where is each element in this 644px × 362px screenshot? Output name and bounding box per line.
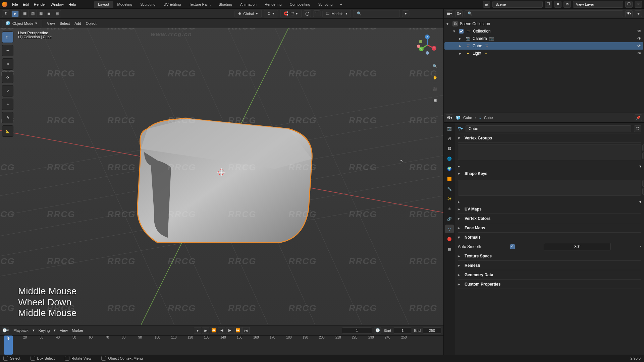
- pivot-dropdown[interactable]: ⊙▾: [264, 10, 278, 17]
- snap-dropdown[interactable]: 🧲⬚▾: [280, 10, 302, 17]
- outliner-collection[interactable]: ▾ ▭ Collection 👁: [444, 27, 643, 35]
- outliner-search[interactable]: 🔍: [465, 10, 623, 17]
- fake-user-icon[interactable]: 🛡: [634, 125, 641, 132]
- disclose-icon[interactable]: ▾: [453, 29, 457, 34]
- tl-playback[interactable]: Playback: [13, 328, 29, 333]
- ptab-modifiers[interactable]: 🔧: [445, 184, 454, 193]
- panel-custom-properties[interactable]: ▸Custom Properties: [458, 280, 641, 289]
- start-frame[interactable]: 1: [393, 327, 412, 334]
- ptab-constraints[interactable]: 🔗: [445, 215, 454, 223]
- animate-dot-icon[interactable]: •: [640, 244, 641, 249]
- jump-last[interactable]: ⏭: [242, 327, 250, 334]
- menu-window[interactable]: Window: [51, 2, 64, 6]
- autokey-icon[interactable]: ●: [194, 327, 201, 334]
- disclose-icon[interactable]: ▸: [459, 51, 463, 56]
- remove-shape-key[interactable]: −: [642, 188, 644, 195]
- tl-view[interactable]: View: [60, 328, 68, 333]
- tool-settings-icon[interactable]: ▶: [11, 10, 19, 17]
- pin-icon[interactable]: 📌: [635, 114, 642, 121]
- tab-add[interactable]: +: [337, 1, 345, 8]
- ptab-mesh-data[interactable]: ▽: [445, 225, 454, 233]
- orientation-dropdown[interactable]: ⊕Global▾: [234, 10, 262, 17]
- play[interactable]: ▶: [226, 327, 233, 334]
- ptab-material[interactable]: 🔴: [445, 235, 454, 243]
- models-search[interactable]: 🔍: [353, 10, 400, 17]
- outliner[interactable]: ▾ ⧉ Scene Collection ▾ ▭ Collection 👁 ▸ …: [444, 19, 644, 113]
- tool-select-box[interactable]: ⬚: [2, 32, 13, 43]
- breadcrumb-object[interactable]: Cube: [463, 116, 472, 120]
- visibility-eye-icon[interactable]: 👁: [637, 29, 641, 34]
- tab-scripting[interactable]: Scripting: [314, 1, 337, 8]
- gizmo-5[interactable]: ▤: [53, 10, 61, 17]
- outliner-display-mode-icon[interactable]: ⧉▾: [455, 10, 463, 17]
- timeline-ruler[interactable]: 1 10203040506070809010011012013014015016…: [0, 336, 443, 355]
- auto-smooth-checkbox[interactable]: [510, 244, 515, 249]
- tab-compositing[interactable]: Compositing: [286, 1, 314, 8]
- scene-name-field[interactable]: Scene: [492, 1, 543, 8]
- outliner-filter-icon[interactable]: ⧩▾: [625, 10, 633, 17]
- ptab-world[interactable]: 🌍: [445, 164, 454, 173]
- collection-toggle[interactable]: [459, 29, 464, 34]
- panel-geometry-data[interactable]: ▸Geometry Data: [458, 270, 641, 280]
- zoom-icon[interactable]: 🔍: [431, 62, 439, 70]
- visibility-eye-icon[interactable]: 👁: [637, 44, 641, 48]
- editor-type-icon[interactable]: ⬍: [2, 10, 9, 17]
- remove-vertex-group[interactable]: −: [642, 153, 644, 159]
- ptab-physics[interactable]: ⚛: [445, 204, 454, 213]
- visibility-eye-icon[interactable]: 👁: [637, 36, 641, 41]
- tab-modeling[interactable]: Modeling: [113, 1, 137, 8]
- add-shape-key[interactable]: ＋: [642, 180, 644, 187]
- viewport-3d[interactable]: www.rrcg.cn RRCGRRCGRRCGRRCGRRCGRRCGRRCG…: [0, 28, 443, 325]
- nav-gizmo[interactable]: X Y Z: [415, 33, 439, 57]
- proportional-falloff-icon[interactable]: ⌒: [313, 10, 320, 17]
- menu-file[interactable]: File: [12, 2, 18, 6]
- end-frame[interactable]: 250: [423, 327, 441, 334]
- tab-texture-paint[interactable]: Texture Paint: [185, 1, 214, 8]
- outliner-item-cube[interactable]: ▸ ▽ Cube ▽ 👁: [444, 42, 643, 50]
- tab-rendering[interactable]: Rendering: [261, 1, 286, 8]
- tool-cursor[interactable]: ✛: [2, 45, 13, 56]
- play-reverse[interactable]: ◀: [218, 327, 225, 334]
- tool-rotate[interactable]: ⟳: [2, 72, 13, 83]
- models-dropdown[interactable]: ❏Models▾: [322, 10, 351, 17]
- panel-remesh[interactable]: ▸Remesh: [458, 261, 641, 270]
- tab-sculpting[interactable]: Sculpting: [136, 1, 159, 8]
- panel-uv-maps[interactable]: ▸UV Maps: [458, 204, 641, 214]
- gizmo-2[interactable]: ▨: [29, 10, 37, 17]
- viewlayer-name-field[interactable]: View Layer: [573, 1, 623, 8]
- outliner-item-light[interactable]: ▸ ● Light ● 👁: [444, 50, 643, 57]
- dropdown-icon[interactable]: ▾: [639, 199, 641, 204]
- interaction-mode-dropdown[interactable]: 🧊Object Mode▾: [2, 20, 42, 27]
- ptab-object[interactable]: 🟧: [445, 174, 454, 183]
- disclose-icon[interactable]: ▾: [446, 21, 450, 26]
- mesh-name-field[interactable]: Cube: [466, 125, 631, 132]
- menu-add[interactable]: Add: [74, 21, 81, 25]
- timeline-editor-type-icon[interactable]: 🕓▾: [2, 327, 9, 334]
- panel-vertex-groups[interactable]: ▾Vertex Groups: [458, 133, 641, 143]
- scene-browse-icon[interactable]: ⛓: [483, 1, 490, 8]
- viewlayer-copy-icon[interactable]: ❐: [625, 1, 633, 8]
- scene-copy-icon[interactable]: ❐: [545, 1, 552, 8]
- properties-editor-type-icon[interactable]: 🛠▾: [446, 114, 453, 121]
- menu-render[interactable]: Render: [34, 2, 46, 6]
- visibility-eye-icon[interactable]: 👁: [637, 51, 641, 56]
- ptab-scene[interactable]: 🌐: [445, 154, 454, 163]
- ptab-particles[interactable]: ✨: [445, 194, 454, 203]
- panel-vertex-colors[interactable]: ▸Vertex Colors: [458, 214, 641, 223]
- auto-smooth-angle[interactable]: 30°: [544, 243, 611, 250]
- outliner-editor-type-icon[interactable]: ☰▾: [446, 10, 453, 17]
- proportional-edit-icon[interactable]: ◯: [304, 10, 311, 17]
- models-chevron-icon[interactable]: ▾: [402, 10, 410, 17]
- dropdown-icon[interactable]: ▾: [639, 164, 641, 169]
- timecode-icon[interactable]: 🕓: [374, 327, 381, 334]
- panel-shape-keys[interactable]: ▾Shape Keys: [458, 169, 641, 178]
- gizmo-1[interactable]: ▦: [21, 10, 29, 17]
- jump-prev-key[interactable]: ⏪: [210, 327, 217, 334]
- ptab-viewlayer[interactable]: 🖼: [445, 144, 454, 153]
- tool-move[interactable]: ✥: [2, 58, 13, 70]
- menu-help[interactable]: Help: [68, 2, 76, 6]
- panel-face-maps[interactable]: ▸Face Maps: [458, 223, 641, 233]
- ptab-render[interactable]: 📷: [445, 124, 454, 133]
- camera-view-icon[interactable]: 🎥: [431, 84, 439, 93]
- tab-shading[interactable]: Shading: [215, 1, 236, 8]
